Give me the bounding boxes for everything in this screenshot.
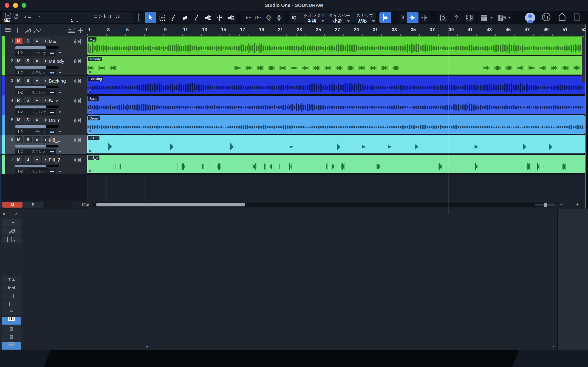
track-io-value[interactable]: 1-2 xyxy=(15,149,30,154)
mixer-banks-button[interactable]: ▥ xyxy=(2,325,21,333)
layout-button[interactable] xyxy=(68,27,75,33)
mute-tool[interactable] xyxy=(202,12,214,23)
mixer-groups-button[interactable]: ▦ xyxy=(2,333,21,341)
autoscroll-arrow-icon[interactable] xyxy=(407,12,418,23)
audio-clip[interactable]: Fill_2 xyxy=(87,155,585,173)
track-solo-button[interactable]: S xyxy=(24,57,32,64)
track-io-caret-icon[interactable] xyxy=(59,72,61,74)
track-header[interactable]: 2 M S ● ◐ Melody 1-2ステレオ●● xyxy=(0,56,87,76)
mixer-out-button[interactable]: |→ xyxy=(2,300,21,307)
mixer-in-button[interactable]: →| xyxy=(2,292,21,299)
track-record-icon[interactable]: ● xyxy=(33,136,41,143)
track-mono-stereo-toggle[interactable]: ●● xyxy=(48,70,56,75)
track-solo-button[interactable]: S xyxy=(24,136,32,143)
track-io-value[interactable]: 1-2 xyxy=(15,50,30,56)
arrange-vertical-scrollbar[interactable] xyxy=(582,37,585,83)
bracket-tool[interactable] xyxy=(133,12,145,23)
track-mute-button[interactable]: M xyxy=(15,97,23,104)
snap-dropdown[interactable]: 順応 xyxy=(354,18,372,24)
zoom-out-button[interactable]: − xyxy=(560,201,563,207)
listen-tool[interactable] xyxy=(225,12,237,23)
track-mute-button[interactable]: M xyxy=(15,77,23,84)
track-header[interactable]: 4 M S ● ◐ Bass 1-2ステレオ●● xyxy=(0,95,87,115)
zoom-slider[interactable] xyxy=(535,204,555,206)
audio-clip[interactable]: Backing xyxy=(87,76,585,94)
track-volume-slider[interactable] xyxy=(15,125,59,128)
mixview-button[interactable] xyxy=(496,12,513,23)
track-io-caret-icon[interactable] xyxy=(59,92,61,93)
track-io-value[interactable]: 1-2 xyxy=(15,70,30,75)
auto-punch-icon[interactable]: A xyxy=(5,13,11,19)
track-header[interactable]: 7 M S ● ◐ Fill_2 1-2ステレオ●● xyxy=(0,155,87,174)
track-io-caret-icon[interactable] xyxy=(59,131,61,133)
track-record-icon[interactable]: ● xyxy=(33,77,41,84)
info-button[interactable]: i xyxy=(17,27,19,34)
help-button[interactable]: ? xyxy=(451,12,462,23)
track-volume-slider[interactable] xyxy=(15,165,59,167)
track-header[interactable]: 3 M S ● ◐ Backing 1-2ステレオ●● xyxy=(0,76,87,95)
audio-clip[interactable]: Fill_1 xyxy=(87,135,585,153)
cursor-tool[interactable] xyxy=(145,12,156,23)
track-mono-stereo-toggle[interactable]: ●● xyxy=(48,90,56,95)
timebase-dropdown[interactable]: 小節 xyxy=(329,18,346,24)
mixer-small-console-button[interactable]: ▤ xyxy=(2,308,21,315)
mixer-wrench-tab[interactable] xyxy=(2,228,21,235)
clip-loop-icon[interactable] xyxy=(88,110,91,113)
track-record-icon[interactable]: ● xyxy=(33,38,41,44)
hand-tool-icon[interactable] xyxy=(13,13,19,19)
track-volume-slider[interactable] xyxy=(15,86,59,88)
console-left-icon[interactable] xyxy=(396,12,407,23)
track-io-value[interactable]: 1-2 xyxy=(15,129,30,135)
clip-loop-icon[interactable] xyxy=(88,71,91,74)
control-caret-icon[interactable] xyxy=(76,19,78,23)
track-collapse-icon[interactable] xyxy=(242,12,253,23)
scrollbar-thumb[interactable] xyxy=(96,203,245,206)
track-mute-button[interactable]: M xyxy=(15,38,23,44)
track-volume-slider[interactable] xyxy=(15,66,59,69)
q-icon[interactable]: Q xyxy=(263,12,274,23)
track-io-value[interactable]: 1-2 xyxy=(15,90,30,95)
grid-button[interactable] xyxy=(478,12,495,23)
split-tool[interactable] xyxy=(168,12,179,23)
audio-clip[interactable]: Melody xyxy=(87,56,585,75)
audio-clip[interactable]: Bass xyxy=(87,96,585,114)
timebase-caret-icon[interactable] xyxy=(347,19,350,23)
arrange-horizontal-scrollbar[interactable] xyxy=(93,202,548,207)
track-io-caret-icon[interactable] xyxy=(59,111,61,113)
track-solo-button[interactable]: S xyxy=(24,97,32,104)
preset-empty-box[interactable] xyxy=(44,202,71,208)
playhead[interactable] xyxy=(449,24,449,214)
track-header[interactable]: 6 M S ● ◐ Fill_1 1-2ステレオ●● xyxy=(0,135,87,155)
clip-loop-icon[interactable] xyxy=(88,51,91,54)
snap-caret-icon[interactable] xyxy=(372,19,375,23)
mixer-keyboard-button[interactable] xyxy=(2,317,21,325)
track-header[interactable]: 5 M S ● ◐ Drum 1-2ステレオ●● xyxy=(0,115,87,135)
close-mixer-button[interactable]: × xyxy=(2,211,5,217)
track-volume-slider[interactable] xyxy=(15,46,59,49)
bend-tool[interactable] xyxy=(214,12,225,23)
home-button[interactable] xyxy=(558,12,566,22)
track-solo-button[interactable]: S xyxy=(24,156,32,163)
audio-clip[interactable]: Mix xyxy=(87,36,585,55)
split-view-icon[interactable] xyxy=(418,12,430,23)
plus-button[interactable] xyxy=(78,27,84,33)
wrench-button[interactable] xyxy=(24,27,31,34)
zoom-slider-thumb[interactable] xyxy=(544,203,547,207)
track-mono-stereo-toggle[interactable]: ●● xyxy=(48,109,56,115)
track-io-value[interactable]: 1-2 xyxy=(15,109,30,115)
track-io-caret-icon[interactable] xyxy=(59,151,61,152)
avatar-button[interactable] xyxy=(525,12,536,23)
track-mono-stereo-toggle[interactable]: ●● xyxy=(48,149,56,154)
mixer-menu-button[interactable] xyxy=(2,342,21,350)
doc-button[interactable] xyxy=(574,12,581,22)
menu-button[interactable] xyxy=(4,27,11,33)
track-io-caret-icon[interactable] xyxy=(59,52,61,54)
range-tool[interactable]: x xyxy=(156,12,168,23)
clip-loop-icon[interactable] xyxy=(88,150,91,152)
track-io-caret-icon[interactable] xyxy=(59,171,61,172)
track-mute-button[interactable]: M xyxy=(15,136,23,143)
track-record-icon[interactable]: ● xyxy=(33,57,41,64)
automation-button[interactable] xyxy=(34,27,41,33)
track-mute-button[interactable]: M xyxy=(15,57,23,64)
clip-loop-icon[interactable] xyxy=(88,169,91,172)
